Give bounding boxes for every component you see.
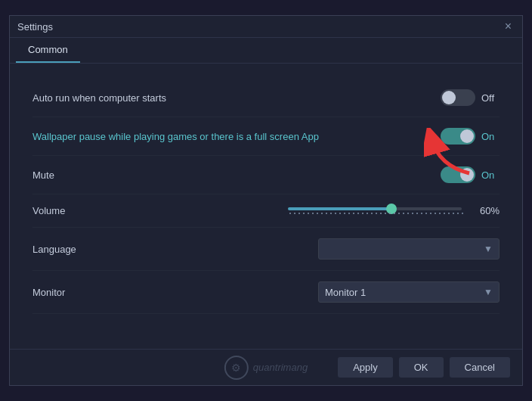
apply-button[interactable]: Apply [338,357,393,378]
chevron-down-icon: ▼ [484,244,493,254]
slider-dot [362,213,363,214]
language-label: Language [32,244,76,255]
auto-run-toggle[interactable] [441,89,475,106]
volume-value: 60% [472,205,500,216]
slider-dot [403,213,404,214]
mute-knob [460,168,474,182]
slider-dot [421,213,422,214]
slider-dot [462,213,463,214]
wallpaper-pause-row: Wallpaper pause while playing games or t… [32,117,500,156]
slider-dot [385,213,386,214]
slider-dot [407,213,409,214]
slider-dot [389,213,391,214]
volume-slider-area: 60% [288,205,500,216]
slider-dot [448,213,450,214]
slider-dot [439,213,441,214]
slider-dot [444,213,445,214]
monitor-select-area: Monitor 1 ▼ [318,281,500,303]
slider-dot [435,213,436,214]
tabs-bar: Common [10,38,522,64]
slider-dot [294,213,295,214]
language-row: Language ▼ [32,228,500,271]
auto-run-label: Auto run when computer starts [32,92,166,104]
mute-toggle[interactable] [441,166,475,183]
slider-dot [326,213,327,214]
slider-dot [376,213,377,214]
wallpaper-pause-knob [460,129,474,143]
volume-slider[interactable] [288,207,462,210]
slider-dot [425,213,427,214]
close-button[interactable]: × [502,20,515,33]
volume-label: Volume [32,205,65,216]
slider-dot [357,213,359,214]
slider-dot [353,213,354,214]
wallpaper-pause-toggle-area: On [441,128,500,145]
settings-content: Auto run when computer starts Off Wallpa… [10,64,522,349]
slider-dot [298,213,300,214]
monitor-label: Monitor [32,287,65,298]
monitor-value: Monitor 1 [325,287,366,298]
slider-dot [308,213,309,214]
slider-dot [416,213,418,214]
slider-dot [339,213,341,214]
monitor-select[interactable]: Monitor 1 ▼ [318,281,500,303]
slider-dot [380,213,382,214]
slider-dot [312,213,314,214]
mute-label: Mute [32,169,54,181]
slider-dot [344,213,345,214]
mute-toggle-area: On [441,166,500,183]
slider-dot [330,213,332,214]
slider-dot [335,213,336,214]
wallpaper-pause-label: Wallpaper pause while playing games or t… [32,131,319,142]
title-bar: Settings × [10,16,522,38]
slider-dot [398,213,400,214]
slider-dot [289,213,291,214]
volume-row: Volume 60% [32,194,500,228]
slider-dot [367,213,368,214]
ok-button[interactable]: OK [399,357,444,378]
slider-dot [453,213,454,214]
auto-run-row: Auto run when computer starts Off [32,79,500,117]
slider-dot [348,213,350,214]
window-title: Settings [17,21,53,33]
auto-run-state: Off [481,92,500,104]
auto-run-toggle-area: Off [441,89,500,106]
slider-dot [412,213,413,214]
watermark-icon: ⚙ [224,356,249,380]
cancel-button[interactable]: Cancel [450,357,510,378]
tab-common[interactable]: Common [16,38,80,63]
slider-dot [303,213,305,214]
wallpaper-pause-toggle[interactable] [441,128,475,145]
auto-run-knob [442,91,456,104]
slider-dot [430,213,431,214]
footer: ⚙ quantrimang Apply OK Cancel [10,349,522,385]
wallpaper-pause-state: On [481,131,500,142]
mute-state: On [481,169,500,181]
slider-wrap [288,207,465,214]
slider-dot [317,213,318,214]
slider-dot [371,213,373,214]
slider-dot [394,213,395,214]
watermark: ⚙ quantrimang [224,356,308,380]
slider-dot [321,213,323,214]
settings-dialog: Settings × Common Auto run when computer… [9,15,523,386]
language-select[interactable]: ▼ [318,238,500,260]
mute-row: Mute On [32,156,500,194]
chevron-down-icon: ▼ [484,287,493,297]
language-select-area: ▼ [318,238,500,260]
slider-dot [457,213,459,214]
watermark-text: quantrimang [253,362,308,373]
monitor-row: Monitor Monitor 1 ▼ [32,271,500,314]
